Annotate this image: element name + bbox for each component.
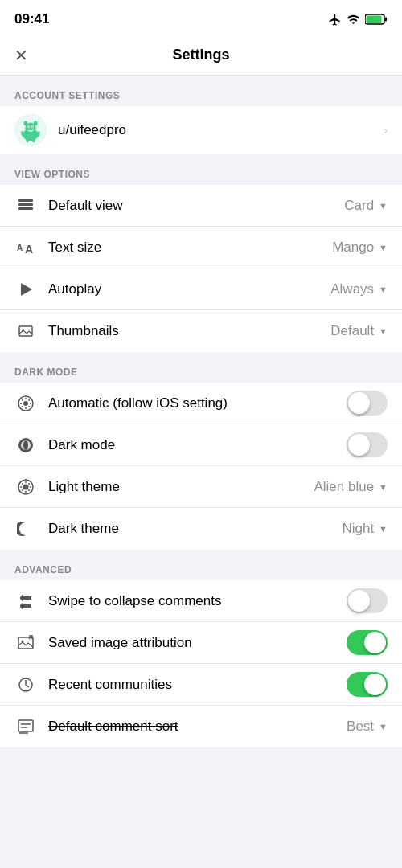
default-view-row[interactable]: Default view Card ▼ [0, 185, 402, 227]
settings-title: Settings [172, 47, 229, 63]
svg-text:A: A [17, 244, 23, 252]
section-header-account: ACCOUNT SETTINGS [0, 76, 402, 106]
thumbnails-icon [14, 320, 37, 342]
close-button[interactable]: ✕ [14, 47, 28, 63]
default-view-label: Default view [48, 198, 344, 214]
autoplay-label: Autoplay [48, 281, 330, 297]
swipe-collapse-label: Swipe to collapse comments [48, 593, 347, 609]
dark-mode-toggle[interactable] [347, 432, 388, 457]
default-view-value: Card ▼ [344, 198, 388, 214]
section-header-advanced: ADVANCED [0, 550, 402, 580]
section-header-view: VIEW OPTIONS [0, 154, 402, 185]
default-comment-sort-value: Best ▼ [347, 719, 388, 735]
dark-mode-row-icon [14, 434, 37, 457]
svg-rect-16 [18, 199, 33, 202]
default-comment-sort-label: Default comment sort [48, 719, 347, 735]
light-theme-row[interactable]: Light theme Alien blue ▼ [0, 466, 402, 508]
svg-point-9 [32, 126, 33, 127]
recent-communities-toggle[interactable] [347, 672, 388, 697]
dark-theme-value: Night ▼ [342, 521, 388, 537]
svg-point-32 [22, 640, 24, 642]
battery-icon [365, 14, 388, 25]
view-options-group: Default view Card ▼ A A Text size Mango … [0, 185, 402, 352]
automatic-label: Automatic (follow iOS setting) [48, 395, 347, 411]
swipe-collapse-icon [14, 590, 37, 612]
svg-marker-21 [21, 283, 32, 296]
wifi-icon [347, 13, 360, 27]
dark-mode-toggle-knob [348, 434, 370, 456]
svg-rect-2 [385, 18, 388, 22]
thumbnails-row[interactable]: Thumbnails Default ▼ [0, 310, 402, 352]
svg-rect-31 [18, 637, 33, 649]
snoo-avatar-icon [15, 115, 46, 145]
dark-mode-group: Automatic (follow iOS setting) Dark mode [0, 383, 402, 550]
account-chevron-icon: › [384, 124, 388, 137]
recent-communities-icon [14, 674, 37, 696]
text-size-value: Mango ▼ [332, 240, 388, 256]
saved-image-row[interactable]: Saved image attribution [0, 622, 402, 664]
text-size-row[interactable]: A A Text size Mango ▼ [0, 227, 402, 268]
default-comment-sort-row[interactable]: Default comment sort Best ▼ [0, 706, 402, 747]
svg-point-10 [23, 121, 27, 126]
dark-theme-label: Dark theme [48, 521, 342, 537]
saved-image-icon [14, 632, 37, 654]
swipe-collapse-row[interactable]: Swipe to collapse comments [0, 580, 402, 622]
svg-rect-18 [18, 207, 33, 210]
recent-communities-label: Recent communities [48, 677, 347, 693]
autoplay-icon [14, 278, 37, 301]
svg-point-30 [23, 484, 29, 489]
automatic-icon [14, 392, 37, 415]
autoplay-value: Always ▼ [330, 281, 388, 297]
automatic-toggle-knob [348, 392, 370, 414]
text-size-icon: A A [14, 236, 37, 259]
swipe-collapse-toggle[interactable] [347, 588, 388, 613]
svg-rect-17 [18, 203, 33, 206]
saved-image-toggle-knob [364, 632, 386, 653]
recent-communities-row[interactable]: Recent communities [0, 664, 402, 706]
status-bar: 09:41 [0, 0, 402, 35]
dark-mode-row[interactable]: Dark mode [0, 424, 402, 466]
dark-theme-row[interactable]: Dark theme Night ▼ [0, 508, 402, 550]
status-time: 09:41 [14, 11, 49, 27]
light-theme-icon [14, 476, 37, 498]
svg-point-23 [22, 329, 24, 331]
svg-rect-35 [18, 720, 33, 731]
settings-header: ✕ Settings [0, 35, 402, 76]
default-comment-sort-icon [14, 715, 37, 738]
account-row[interactable]: u/uifeedpro › [0, 106, 402, 154]
svg-rect-22 [19, 326, 32, 336]
automatic-toggle[interactable] [347, 391, 388, 416]
status-icons [328, 13, 388, 27]
advanced-group: Swipe to collapse comments Saved image a… [0, 580, 402, 747]
dark-theme-icon [14, 518, 37, 540]
section-header-dark: DARK MODE [0, 352, 402, 383]
light-theme-value: Alien blue ▼ [314, 479, 388, 495]
text-size-label: Text size [48, 240, 332, 256]
airplane-icon [328, 13, 342, 27]
account-settings-group: u/uifeedpro › [0, 106, 402, 154]
svg-rect-1 [367, 16, 382, 23]
svg-point-11 [34, 121, 38, 126]
svg-text:A: A [25, 243, 33, 256]
automatic-row[interactable]: Automatic (follow iOS setting) [0, 383, 402, 424]
svg-point-25 [23, 401, 28, 406]
saved-image-label: Saved image attribution [48, 635, 347, 651]
saved-image-toggle[interactable] [347, 630, 388, 655]
light-theme-label: Light theme [48, 479, 314, 495]
svg-point-14 [26, 138, 29, 143]
svg-point-8 [28, 126, 29, 127]
recent-communities-toggle-knob [364, 674, 386, 695]
avatar [14, 114, 47, 146]
svg-point-28 [23, 440, 28, 450]
default-view-icon [14, 194, 37, 217]
autoplay-row[interactable]: Autoplay Always ▼ [0, 268, 402, 310]
swipe-collapse-knob [348, 590, 370, 612]
thumbnails-label: Thumbnails [48, 323, 330, 339]
thumbnails-value: Default ▼ [330, 323, 388, 339]
dark-mode-label: Dark mode [48, 437, 347, 453]
account-username: u/uifeedpro [58, 122, 379, 138]
svg-point-15 [32, 138, 35, 143]
